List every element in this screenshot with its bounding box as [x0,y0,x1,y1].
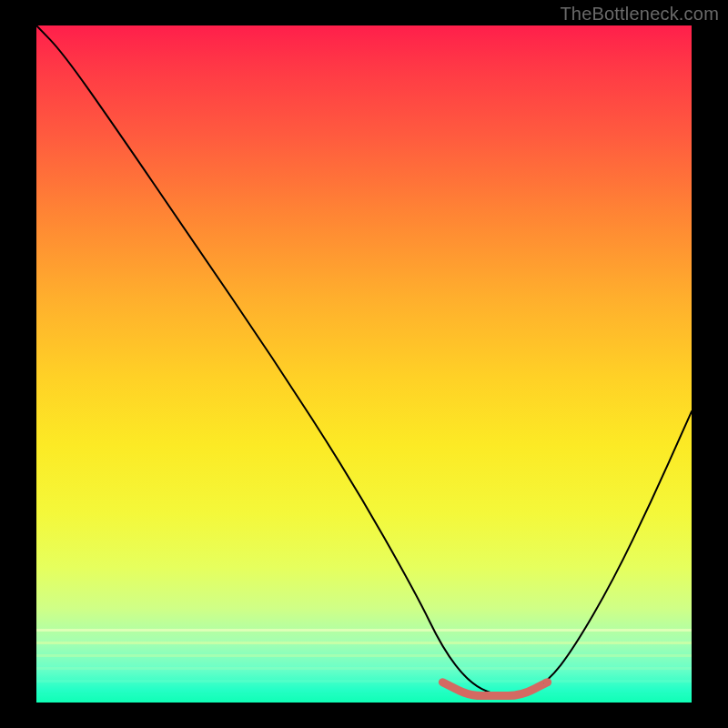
highlight-flat-path [442,682,547,696]
bottleneck-curve-path [36,25,692,696]
watermark-text: TheBottleneck.com [560,4,719,25]
plot-area [36,25,692,703]
chart-frame: TheBottleneck.com [0,0,728,728]
chart-svg [36,25,692,703]
